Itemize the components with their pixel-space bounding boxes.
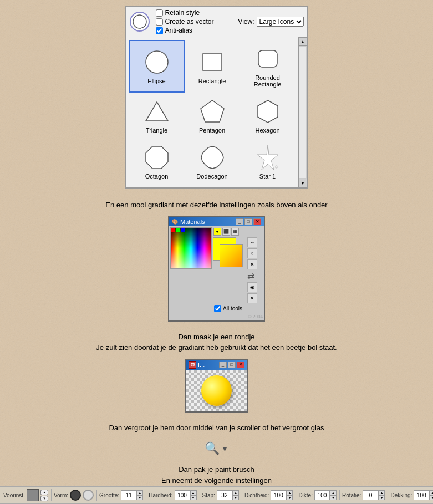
svg-marker-7 [146,146,168,169]
stap-down[interactable]: ▼ [232,495,239,500]
mat-x2-btn[interactable]: ✕ [247,293,257,303]
magnifier-row: 🔍 ▼ [205,441,229,456]
hardheid-section: Hardheid: ▲ ▼ [149,490,200,500]
magnifier-icon: 🔍 [205,441,220,456]
rotatie-label: Rotatie: [342,492,361,498]
shape-item-dodecagon[interactable]: Dodecagon [185,139,240,185]
scroll-down-btn[interactable]: ▼ [298,179,307,187]
all-tools-checkbox[interactable] [214,305,221,312]
grootte-up[interactable]: ▲ [136,490,143,495]
dichtheid-down[interactable]: ▼ [286,495,293,500]
shape-item-hexagon[interactable]: Hexagon [240,93,296,139]
shape-item-star1[interactable]: © Star 1 [240,139,296,185]
magnifier-arrow-icon: ▼ [221,444,229,453]
voorinst-down-btn[interactable]: ▼ [40,496,48,501]
shape-label-rectangle: Rectangle [198,78,226,84]
dichtheid-label: Dichtheid: [244,492,269,498]
scroll-track [299,46,307,179]
hardheid-input[interactable] [175,490,190,500]
create-vector-checkbox[interactable] [156,18,163,26]
shape-item-triangle[interactable]: Triangle [129,93,185,139]
mat-swap-btn[interactable]: ⇄ [247,271,257,281]
shape-grid-container: Ellipse Rectangle Rounded Rectangle Tria… [126,37,307,187]
dichtheid-input[interactable] [271,490,286,500]
all-tools-label: All tools [223,306,242,312]
vorm-circle-dark[interactable] [70,490,81,501]
ball-close-btn[interactable]: ✕ [237,362,244,368]
svg-point-1 [146,51,168,73]
color-gradient[interactable] [170,227,212,269]
dekking-input-group: ▲ ▼ [414,490,433,500]
hardheid-down[interactable]: ▼ [190,495,197,500]
dikte-input[interactable] [314,490,330,500]
dikte-label: Dikte: [298,492,313,498]
retain-style-checkbox[interactable] [156,9,163,17]
mat-tab-gradient[interactable]: ⬛ [222,228,230,236]
view-select[interactable]: Large Icons Small Icons List [257,17,304,27]
text3: Dan vergroot je hem door middel van je s… [109,424,324,432]
vorm-label: Vorm: [54,492,68,498]
materials-close-btn[interactable]: ✕ [253,218,261,225]
bottom-toolbar: Voorinst. ▲ ▼ Vorm: Grootte: ▲ ▼ Hardhei… [0,486,433,504]
mat-tab-color[interactable]: ● [213,228,221,236]
materials-title: 🎨 Materials ················ [172,218,232,225]
shape-item-ellipse[interactable]: Ellipse [129,40,185,93]
ball-minimize-btn[interactable]: _ [219,362,227,368]
dekking-down[interactable]: ▼ [429,495,433,500]
rotatie-down[interactable]: ▼ [378,495,385,500]
materials-right: ● ⬛ ▦ ↔ ○ ✕ ⇄ [213,227,263,319]
anti-alias-checkbox[interactable] [156,27,163,34]
dekking-label: Dekking: [390,492,412,498]
materials-minimize-btn[interactable]: _ [236,218,243,225]
dichtheid-up[interactable]: ▲ [286,490,293,495]
rotatie-section: Rotatie: ▲ ▼ [342,490,388,500]
voorinst-up-btn[interactable]: ▲ [40,490,48,495]
vorm-section: Vorm: [54,490,97,501]
shape-label-hexagon: Hexagon [255,127,279,134]
mat-tab-pattern[interactable]: ▦ [231,228,239,236]
voorinst-section: Voorinst. ▲ ▼ [3,489,52,501]
voorinst-swatch [27,489,39,501]
dichtheid-input-group: ▲ ▼ [271,490,293,500]
background-swatch[interactable] [220,244,243,267]
svg-marker-5 [201,100,224,122]
dekking-section: Dekking: ▲ ▼ [390,490,433,500]
shape-item-rounded-rectangle[interactable]: Rounded Rectangle [240,40,296,93]
mat-rotate-btn[interactable]: ↔ [247,237,257,247]
rotatie-input[interactable] [363,490,378,500]
scroll-up-btn[interactable]: ▲ [298,37,307,46]
svg-text:©: © [275,165,278,169]
text4: Dan pak je paint brusch [161,464,272,475]
mat-x-btn[interactable]: ✕ [247,259,257,269]
hardheid-up[interactable]: ▲ [190,490,197,495]
ball-restore-btn[interactable]: □ [228,362,236,368]
shape-item-octagon[interactable]: Octagon [129,139,185,185]
dikte-up[interactable]: ▲ [330,490,337,495]
rotatie-up[interactable]: ▲ [378,490,385,495]
stap-input[interactable] [217,490,232,500]
dichtheid-section: Dichtheid: ▲ ▼ [244,490,296,500]
mat-circle-btn[interactable]: ○ [247,248,257,258]
stap-section: Stap: ▲ ▼ [202,490,242,500]
shape-panel-scrollbar[interactable]: ▲ ▼ [298,37,307,187]
shape-label-star1: Star 1 [259,173,276,180]
grootte-section: Grootte: ▲ ▼ [99,490,146,500]
dikte-down[interactable]: ▼ [330,495,337,500]
text1: En een mooi gradiant met dezelfde instel… [105,201,327,209]
svg-marker-6 [258,100,278,123]
vorm-circle-light[interactable] [83,490,94,501]
grootte-down[interactable]: ▼ [136,495,143,500]
mat-eye-btn[interactable]: ◉ [247,282,257,292]
svg-marker-4 [146,102,168,121]
materials-restore-btn[interactable]: □ [244,218,252,225]
grootte-input[interactable] [121,490,136,500]
rotatie-input-group: ▲ ▼ [363,490,385,500]
dekking-up[interactable]: ▲ [429,490,433,495]
all-tools-row: All tools [213,304,263,313]
materials-body: ● ⬛ ▦ ↔ ○ ✕ ⇄ [169,226,264,320]
stap-up[interactable]: ▲ [232,490,239,495]
shape-item-pentagon[interactable]: Pentagon [185,93,240,139]
dekking-input[interactable] [414,490,429,500]
shape-item-rectangle[interactable]: Rectangle [185,40,240,93]
color-picker-area[interactable] [170,227,212,319]
